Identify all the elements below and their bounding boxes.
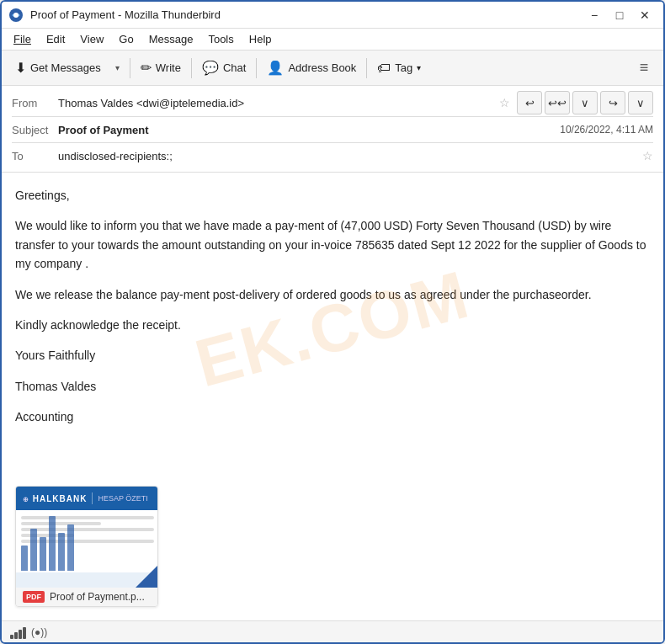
menu-view[interactable]: View	[73, 31, 110, 47]
greeting: Greetings,	[15, 186, 650, 205]
from-row: From Thomas Valdes <dwi@iptelemedia.id> …	[12, 91, 653, 114]
email-header: From Thomas Valdes <dwi@iptelemedia.id> …	[2, 86, 663, 173]
address-book-label: Address Book	[288, 61, 356, 74]
toolbar-separator-2	[191, 58, 192, 78]
chart-bar-4	[49, 516, 56, 571]
menu-edit[interactable]: Edit	[40, 31, 72, 47]
get-messages-icon: ⬇	[15, 61, 26, 75]
chart-bar-3	[40, 537, 46, 571]
reply-all-button[interactable]: ↩↩	[545, 91, 570, 114]
tag-dropdown-icon: ▾	[417, 63, 421, 72]
chart-bar-1	[21, 546, 28, 571]
menu-tools[interactable]: Tools	[201, 31, 240, 47]
attachment-name: Proof of Payment.p...	[50, 591, 145, 603]
minimize-button[interactable]: −	[583, 5, 606, 25]
app-window: Proof of Payment - Mozilla Thunderbird −…	[0, 0, 665, 644]
write-label: Write	[156, 61, 181, 74]
signal-bar-4	[23, 627, 26, 639]
hamburger-menu-button[interactable]: ≡	[631, 54, 657, 82]
menu-bar: File Edit View Go Message Tools Help	[2, 29, 663, 51]
subject-row: Subject Proof of Payment 10/26/2022, 4:1…	[12, 119, 653, 141]
header-divider-2	[12, 142, 653, 143]
paragraph-1: We would like to inform you that we have…	[15, 216, 650, 273]
attachment-preview: ⊕ HALKBANK HESAP ÖZETI	[16, 487, 158, 588]
signal-bar-1	[10, 635, 13, 639]
signal-bar-3	[19, 630, 22, 639]
from-label: From	[12, 97, 58, 109]
attachment-footer: PDF Proof of Payment.p...	[16, 588, 157, 606]
pdf-corner	[136, 564, 158, 588]
from-star-icon[interactable]: ☆	[499, 96, 510, 109]
toolbar-separator-1	[130, 58, 130, 78]
chart-bar-6	[67, 524, 74, 571]
chat-icon: 💬	[202, 61, 219, 75]
menu-help[interactable]: Help	[242, 31, 279, 47]
chat-button[interactable]: 💬 Chat	[195, 54, 253, 82]
to-row: To undisclosed-recipients:; ☆	[12, 145, 653, 167]
subject-value: Proof of Payment	[58, 124, 560, 136]
halkbank-subtitle: HESAP ÖZETI	[98, 494, 147, 503]
toolbar-separator-4	[366, 58, 367, 78]
address-book-icon: 👤	[267, 61, 284, 75]
paragraph-3: Kindly acknowledge the receipt.	[15, 316, 650, 334]
get-messages-label: Get Messages	[30, 61, 101, 74]
status-bar: (●))	[2, 620, 663, 642]
toolbar: ⬇ Get Messages ▾ ✏ Write 💬 Chat 👤 Addres…	[2, 51, 663, 86]
to-value: undisclosed-recipients:;	[58, 150, 637, 162]
email-body: EK.COM Greetings, We would like to infor…	[2, 173, 663, 486]
maximize-button[interactable]: □	[608, 5, 631, 25]
attachment-area: ⊕ HALKBANK HESAP ÖZETI	[2, 486, 663, 620]
to-label: To	[12, 150, 58, 162]
tag-icon: 🏷	[377, 61, 391, 75]
signal-text: (●))	[31, 626, 47, 638]
menu-file[interactable]: File	[7, 31, 38, 47]
sign-title: Accounting	[15, 407, 650, 426]
menu-go[interactable]: Go	[112, 31, 140, 47]
address-book-button[interactable]: 👤 Address Book	[260, 54, 363, 82]
signature: Yours Faithfully Thomas Valdes Accountin…	[15, 346, 650, 426]
att-line-2	[21, 522, 101, 525]
att-line-3	[21, 528, 154, 531]
tag-button[interactable]: 🏷 Tag ▾	[370, 54, 428, 82]
menu-message[interactable]: Message	[142, 31, 200, 47]
chart-bar-2	[30, 529, 37, 571]
window-controls: − □ ✕	[583, 5, 657, 25]
tag-label: Tag	[395, 61, 412, 74]
get-messages-dropdown[interactable]: ▾	[109, 54, 126, 82]
toolbar-separator-3	[256, 58, 257, 78]
halkbank-icon: ⊕	[23, 496, 29, 503]
close-button[interactable]: ✕	[633, 5, 657, 25]
header-divider	[92, 492, 93, 504]
title-bar: Proof of Payment - Mozilla Thunderbird −…	[2, 2, 663, 29]
more-button[interactable]: ∨	[628, 91, 653, 114]
get-messages-button[interactable]: ⬇ Get Messages	[8, 54, 108, 82]
window-title: Proof of Payment - Mozilla Thunderbird	[30, 8, 583, 21]
app-icon	[8, 8, 24, 23]
pdf-icon: PDF	[23, 591, 45, 603]
from-value: Thomas Valdes <dwi@iptelemedia.id>	[58, 97, 494, 109]
chat-label: Chat	[223, 61, 246, 74]
nav-actions: ↩ ↩↩ ∨ ↪ ∨	[517, 91, 653, 114]
prev-button[interactable]: ∨	[572, 91, 598, 114]
att-line-4	[21, 534, 74, 537]
email-date: 10/26/2022, 4:11 AM	[560, 124, 653, 136]
sign-off: Yours Faithfully	[15, 346, 650, 365]
sign-name: Thomas Valdes	[15, 377, 650, 396]
signal-bar-2	[14, 632, 18, 639]
email-text: Greetings, We would like to inform you t…	[15, 186, 650, 427]
header-divider-1	[12, 116, 653, 117]
attachment-card[interactable]: ⊕ HALKBANK HESAP ÖZETI	[15, 486, 158, 607]
halkbank-logo: ⊕ HALKBANK	[23, 494, 87, 503]
svg-point-1	[13, 13, 19, 18]
chart-bar-5	[58, 533, 65, 571]
forward-button[interactable]: ↪	[600, 91, 625, 114]
to-star-icon[interactable]: ☆	[642, 149, 653, 162]
reply-button[interactable]: ↩	[517, 91, 542, 114]
halkbank-header: ⊕ HALKBANK HESAP ÖZETI	[16, 487, 158, 510]
signal-icon	[10, 625, 26, 639]
subject-label: Subject	[12, 124, 58, 136]
paragraph-2: We we release the balance pay-ment post-…	[15, 285, 650, 304]
att-line-1	[21, 516, 154, 519]
write-button[interactable]: ✏ Write	[134, 54, 188, 82]
attachment-lines	[16, 510, 158, 549]
